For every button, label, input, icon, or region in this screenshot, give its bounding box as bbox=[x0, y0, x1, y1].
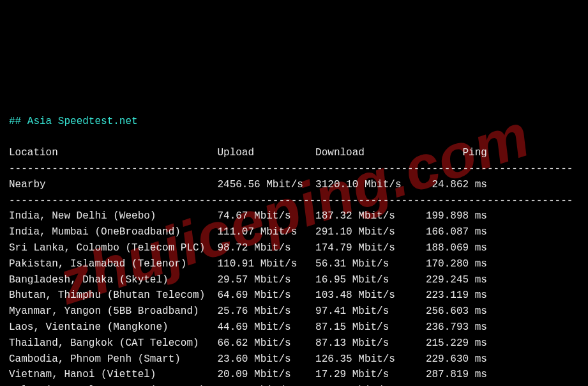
speedtest-rows: India, New Delhi (Weebo) 74.67 Mbit/s 18… bbox=[9, 210, 487, 386]
section-title: ## Asia Speedtest.net bbox=[9, 116, 138, 127]
divider: ----------------------------------------… bbox=[9, 195, 573, 206]
nearby-row: Nearby 2456.56 Mbit/s 3120.10 Mbit/s 24.… bbox=[9, 179, 487, 190]
title-text: Asia Speedtest.net bbox=[27, 116, 138, 127]
terminal-output: ## Asia Speedtest.net Location Upload Do… bbox=[0, 111, 588, 386]
title-prefix: ## bbox=[9, 116, 27, 127]
divider: ----------------------------------------… bbox=[9, 163, 573, 174]
column-headers: Location Upload Download Ping bbox=[9, 147, 487, 158]
